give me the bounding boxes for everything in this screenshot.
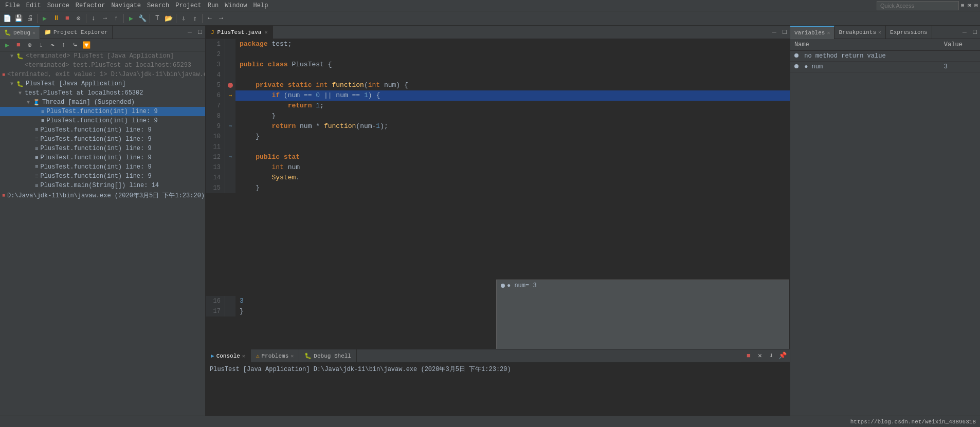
console-clear[interactable]: ✕ [755, 350, 765, 361]
quick-access-input[interactable] [877, 1, 959, 10]
tab-problems-close[interactable]: ✕ [291, 353, 294, 359]
next-annotation[interactable]: ⇩ [178, 13, 189, 24]
tab-variables[interactable]: Variables ✕ [790, 26, 834, 39]
tab-debug[interactable]: 🐛 Debug ✕ [0, 26, 40, 39]
minimize-editor[interactable]: — [769, 27, 779, 38]
frame-icon: ≡ [35, 155, 39, 161]
back[interactable]: ← [205, 13, 215, 24]
step-into[interactable]: ↓ [88, 13, 99, 24]
step-into-btn[interactable]: ↓ [36, 40, 46, 50]
line-content-12: public stat [235, 152, 790, 162]
debug-suspend[interactable]: ⏸ [51, 13, 61, 24]
tree-item-frame5[interactable]: ≡ PlusTest.function(int) line: 9 [0, 144, 205, 153]
run-button[interactable]: ▶ [126, 13, 136, 24]
console-scroll[interactable]: ⬇ [766, 350, 776, 361]
tree-item-javaw[interactable]: ■ D:\Java\jdk-11\bin\javaw.exe (2020年3月5… [0, 190, 205, 201]
tab-expressions[interactable]: Expressions [886, 26, 932, 39]
tree-expand-icon[interactable]: ▼ [10, 81, 16, 87]
debug-terminate[interactable]: ■ [62, 13, 72, 24]
tab-breakpoints[interactable]: Breakpoints ✕ [834, 26, 886, 39]
line-num-17: 17 [206, 306, 225, 317]
step-return-btn[interactable]: ↑ [59, 40, 69, 50]
var-name-text: ● num [804, 63, 823, 70]
open-type[interactable]: T [152, 13, 162, 24]
save-button[interactable]: 💾 [13, 13, 24, 24]
tree-item-frame7[interactable]: ≡ PlusTest.function(int) line: 9 [0, 162, 205, 172]
tab-problems[interactable]: ⚠ Problems ✕ [251, 349, 299, 363]
menu-project[interactable]: Project [172, 1, 204, 10]
tab-debug-shell[interactable]: 🐛 Debug Shell [299, 349, 357, 363]
var-row-no-return[interactable]: no method return value [790, 51, 980, 62]
tab-project-explorer[interactable]: 📁 Project Explorer [40, 26, 113, 39]
maximize-editor[interactable]: □ [779, 27, 790, 38]
debug-disconnect[interactable]: ⊗ [74, 13, 84, 24]
tree-item-plustest[interactable]: ▼ 🐛 PlusTest [Java Application] [0, 79, 205, 88]
tab-plustest[interactable]: J PlusTest.java ✕ [206, 26, 273, 39]
menu-window[interactable]: Window [222, 1, 250, 10]
step-over[interactable]: → [100, 13, 110, 24]
tree-item-frame3[interactable]: ≡ PlusTest.function(int) line: 9 [0, 125, 205, 135]
resume-all[interactable]: ▶ [2, 40, 12, 50]
tree-item-localhost[interactable]: ▼ test.PlusTest at localhost:65302 [0, 88, 205, 98]
tree-item-frame2[interactable]: ≡ PlusTest.function(int) line: 9 [0, 116, 205, 125]
vars-collapse[interactable]: — [959, 27, 970, 38]
toolbar-right-icons[interactable]: ⊞ ⊡ ⊟ [961, 2, 978, 9]
tree-item-frame8[interactable]: ≡ PlusTest.function(int) line: 9 [0, 172, 205, 181]
console-pin[interactable]: 📌 [777, 350, 788, 361]
tree-item-frame1[interactable]: ≡ PlusTest.function(int) line: 9 [0, 107, 205, 116]
menu-file[interactable]: File [2, 1, 23, 10]
tree-item-terminated2[interactable]: <terminated> test.PlusTest at localhost:… [0, 61, 205, 70]
tree-item-terminated1[interactable]: ▼ 🐛 <terminated> PlusTest [Java Applicat… [0, 51, 205, 61]
line-num-2: 2 [206, 49, 225, 60]
menu-refactor[interactable]: Refactor [72, 1, 108, 10]
step-over-btn[interactable]: ↷ [47, 40, 58, 50]
tab-plustest-close[interactable]: ✕ [264, 29, 267, 35]
maximize-panel[interactable]: □ [195, 27, 205, 38]
line-gutter-16 [225, 296, 235, 306]
external-tools[interactable]: 🔧 [137, 13, 148, 24]
menu-source[interactable]: Source [44, 1, 72, 10]
disconnect[interactable]: ⊗ [25, 40, 35, 50]
tree-item-terminated3[interactable]: ■ <terminated, exit value: 1> D:\Java\jd… [0, 70, 205, 79]
code-editor[interactable]: 1 package test; 2 3 public class PlusTes… [206, 39, 790, 349]
drop-to-frame[interactable]: ⤷ [70, 40, 80, 50]
tab-variables-close[interactable]: ✕ [827, 30, 830, 36]
problems-icon: ⚠ [256, 352, 260, 359]
console-terminate[interactable]: ■ [743, 350, 754, 361]
prev-annotation[interactable]: ⇧ [190, 13, 200, 24]
menu-edit[interactable]: Edit [23, 1, 44, 10]
main-toolbar: 📄 💾 🖨 ▶ ⏸ ■ ⊗ ↓ → ↑ ▶ 🔧 T 📂 ⇩ ⇧ ← → [0, 11, 980, 26]
tree-item-thread[interactable]: ▼ 🧵 Thread [main] (Suspended) [0, 98, 205, 107]
line-num-16: 16 [206, 296, 225, 306]
menu-navigate[interactable]: Navigate [108, 1, 144, 10]
line-gutter-14 [225, 173, 235, 183]
tree-item-main[interactable]: ≡ PlusTest.main(String[]) line: 14 [0, 181, 205, 190]
print-button[interactable]: 🖨 [25, 13, 35, 24]
tree-label: PlusTest.function(int) line: 9 [47, 117, 158, 124]
var-row-num[interactable]: ● num 3 [790, 62, 980, 72]
var-name-cell: no method return value [790, 51, 940, 62]
minimize-panel[interactable]: — [185, 27, 195, 38]
menu-run[interactable]: Run [205, 1, 222, 10]
step-return[interactable]: ↑ [111, 13, 121, 24]
menu-search[interactable]: Search [144, 1, 172, 10]
tree-expand-icon[interactable]: ▼ [27, 100, 33, 105]
vars-expand[interactable]: □ [970, 27, 980, 38]
menu-help[interactable]: Help [250, 1, 271, 10]
open-resource[interactable]: 📂 [164, 13, 174, 24]
tree-expand-icon[interactable]: ▼ [19, 90, 25, 96]
tab-console-close[interactable]: ✕ [242, 353, 245, 359]
use-step-filters[interactable]: 🔽 [81, 40, 92, 50]
line-gutter-7 [225, 101, 235, 111]
var-dot-icon [794, 64, 798, 68]
forward[interactable]: → [216, 13, 226, 24]
tree-expand-icon[interactable]: ▼ [10, 53, 16, 59]
tab-console[interactable]: ▶ Console ✕ [206, 349, 251, 363]
debug-resume[interactable]: ▶ [40, 13, 50, 24]
tree-item-frame4[interactable]: ≡ PlusTest.function(int) line: 9 [0, 135, 205, 144]
tab-debug-close[interactable]: ✕ [32, 30, 35, 36]
tab-breakpoints-close[interactable]: ✕ [878, 29, 881, 35]
terminate[interactable]: ■ [13, 40, 24, 50]
new-button[interactable]: 📄 [2, 13, 12, 24]
tree-item-frame6[interactable]: ≡ PlusTest.function(int) line: 9 [0, 153, 205, 162]
